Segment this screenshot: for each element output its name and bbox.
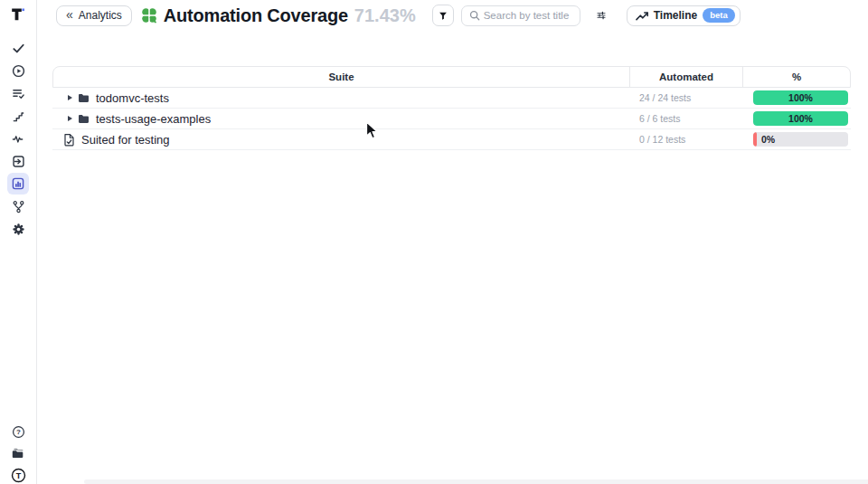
sidebar-item-projects[interactable] [0, 446, 36, 460]
coverage-percent-label: 0% [761, 132, 775, 147]
beta-badge: beta [703, 8, 735, 23]
letter-t-circle-icon: T [11, 468, 26, 483]
coverage-bar: 0% [753, 132, 848, 147]
sidebar-item-profile[interactable]: T [0, 467, 36, 483]
expand-caret-icon[interactable] [68, 116, 72, 121]
timeline-button-label: Timeline [654, 9, 697, 22]
sidebar-item-steps[interactable] [0, 109, 36, 123]
folder-icon [78, 114, 90, 124]
sidebar-item-branches[interactable] [0, 199, 36, 214]
svg-text:?: ? [16, 428, 21, 436]
horizontal-scrollbar[interactable] [84, 479, 868, 484]
letter-t-logo-icon [10, 6, 26, 23]
percent-cell: 100% [743, 111, 851, 126]
active-item-highlight [7, 173, 29, 195]
sidebar-item-analytics[interactable] [0, 173, 36, 195]
coverage-table: Suite Automated % todomvc-tests 24 / 24 … [52, 66, 851, 150]
suite-name: todomvc-tests [96, 91, 169, 105]
sidebar-item-tests[interactable] [0, 41, 36, 55]
coverage-percentage: 71.43% [354, 5, 416, 26]
funnel-icon [439, 10, 448, 22]
play-circle-icon [12, 64, 25, 78]
clover-icon [140, 6, 158, 24]
suite-cell: tests-usage-examples [52, 112, 630, 126]
sidebar-item-pulse[interactable] [0, 131, 36, 146]
sidebar-item-import[interactable] [0, 154, 36, 168]
percent-cell: 100% [743, 90, 851, 105]
sidebar-item-plans[interactable] [0, 86, 36, 100]
automated-count: 0 / 12 tests [630, 134, 743, 145]
suite-cell: todomvc-tests [52, 91, 630, 105]
filter-button[interactable] [432, 5, 454, 26]
branch-icon [12, 200, 25, 214]
folders-icon [11, 447, 25, 460]
expand-caret-icon[interactable] [68, 95, 72, 100]
coverage-percent-label: 100% [753, 90, 848, 105]
search-icon [469, 10, 480, 21]
trend-line-icon [636, 10, 648, 21]
table-header-row: Suite Automated % [52, 66, 851, 88]
list-check-icon [12, 87, 25, 100]
back-button-label: Analytics [79, 9, 122, 22]
pulse-icon [12, 132, 25, 146]
coverage-percent-label: 100% [753, 111, 848, 126]
check-icon [12, 42, 25, 55]
column-header-percent: % [742, 67, 850, 87]
sidebar: ? T [0, 0, 37, 484]
bar-chart-icon [12, 177, 24, 190]
steps-icon [12, 109, 25, 123]
percent-cell: 0% [743, 132, 851, 147]
suite-name: tests-usage-examples [96, 112, 211, 126]
table-row[interactable]: todomvc-tests 24 / 24 tests 100% [52, 88, 851, 109]
svg-text:T: T [15, 470, 21, 479]
top-bar: « Analytics Automation Coverage 71.43% [36, 0, 868, 31]
chevrons-left-icon: « [66, 8, 73, 21]
sidebar-item-runs[interactable] [0, 63, 36, 78]
column-header-automated: Automated [629, 67, 742, 87]
suite-cell: Suited for testing [52, 133, 630, 147]
search-box [461, 5, 580, 26]
table-row[interactable]: tests-usage-examples 6 / 6 tests 100% [52, 109, 851, 129]
gear-icon [12, 223, 25, 236]
app-logo[interactable] [0, 6, 36, 23]
sidebar-item-help[interactable]: ? [0, 424, 36, 439]
page-title: Automation Coverage [164, 5, 348, 26]
column-header-suite: Suite [53, 67, 629, 87]
suite-name: Suited for testing [81, 133, 170, 147]
coverage-bar-fill [753, 132, 757, 147]
table-settings-button[interactable] [591, 5, 611, 25]
coverage-bar: 100% [753, 90, 848, 105]
timeline-button[interactable]: Timeline beta [627, 5, 741, 26]
help-circle-icon: ? [12, 425, 25, 439]
automated-count: 24 / 24 tests [630, 92, 743, 103]
run-box-icon [12, 155, 25, 168]
file-check-icon [63, 133, 75, 147]
folder-icon [78, 93, 90, 103]
search-input[interactable] [484, 10, 580, 21]
sidebar-item-settings[interactable] [0, 222, 36, 236]
automated-count: 6 / 6 tests [630, 113, 743, 124]
sliders-icon [597, 9, 606, 22]
coverage-bar: 100% [753, 111, 848, 126]
table-row[interactable]: Suited for testing 0 / 12 tests 0% [52, 129, 851, 150]
back-to-analytics-button[interactable]: « Analytics [56, 5, 132, 26]
